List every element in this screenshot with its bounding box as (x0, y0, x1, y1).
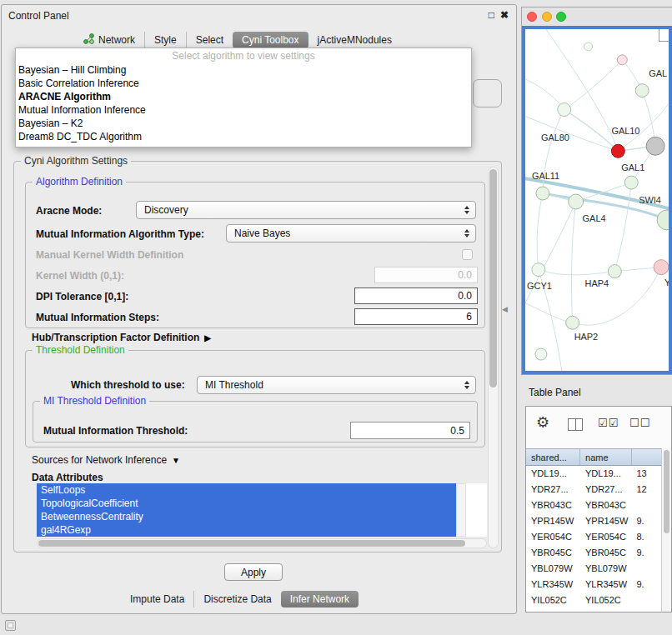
column-header-shared[interactable]: shared... (526, 449, 580, 465)
apply-button[interactable]: Apply (224, 563, 283, 581)
table-cell: YBR043C (526, 498, 580, 513)
algorithm-list: Bayesian – Hill ClimbingBasic Correlatio… (16, 63, 471, 143)
sources-section-toggle[interactable]: Sources for Network Inference▼ (32, 454, 180, 466)
settings-scrollbar[interactable] (488, 167, 499, 548)
attributes-horizontal-scrollbar[interactable] (37, 538, 487, 548)
network-node-gal10[interactable] (611, 144, 624, 158)
mi-threshold-label: Mutual Information Threshold: (43, 425, 188, 437)
bottom-tab-impute-data[interactable]: Impute Data (121, 591, 193, 608)
column-browser-icon[interactable] (568, 418, 583, 431)
network-node[interactable] (617, 55, 627, 65)
attribute-gal4rgexp[interactable]: gal4RGexp (37, 523, 456, 537)
hub-section-toggle[interactable]: Hub/Transcription Factor Definition▶ (32, 332, 211, 343)
algorithm-option-basic-correlation-inference[interactable]: Basic Correlation Inference (16, 77, 471, 90)
network-icon (83, 33, 94, 47)
table-row[interactable]: YBR043CYBR043C (526, 498, 661, 513)
mi-type-select[interactable]: Naive Bayes (226, 224, 476, 242)
network-edge (537, 193, 543, 270)
mi-threshold-field[interactable]: 0.5 (350, 422, 470, 439)
table-row[interactable]: YPR145WYPR145W9. (526, 513, 661, 529)
attribute-topologicalcoefficient[interactable]: TopologicalCoefficient (37, 497, 456, 510)
table-row[interactable]: YDR27...YDR27...12 (526, 482, 661, 498)
network-node[interactable] (535, 348, 547, 360)
table-row[interactable]: YBR045CYBR045C9. (526, 545, 661, 561)
zoom-traffic-light[interactable] (556, 12, 566, 22)
table-cell: YDR27... (526, 482, 580, 498)
tab-select[interactable]: Select (186, 32, 233, 48)
node-label: GCY1 (527, 281, 552, 291)
network-edge (571, 202, 575, 322)
attribute-selfloops[interactable]: SelfLoops (37, 483, 456, 497)
table-row[interactable]: YIL052CYIL052C (526, 592, 661, 608)
minimize-traffic-light[interactable] (542, 12, 552, 22)
which-threshold-select[interactable]: MI Threshold (197, 376, 476, 394)
network-node-gal[interactable] (635, 84, 649, 98)
algorithm-option-bayesian-k2[interactable]: Bayesian – K2 (16, 117, 471, 130)
docked-panel-icon[interactable] (5, 620, 16, 631)
table-toolbar: ⚙ ☑☑ ☐☐ (526, 407, 671, 448)
column-header-col-2[interactable] (632, 449, 661, 465)
network-node-y[interactable] (654, 260, 669, 275)
table-row[interactable]: YBL079WYBL079W (526, 561, 661, 577)
table-row[interactable]: YDL19...YDL19...13 (526, 466, 661, 482)
close-window-icon[interactable]: ✖ (500, 9, 509, 21)
table-cell: YER054C (580, 529, 632, 545)
birdseye-corner-widget[interactable] (659, 29, 669, 42)
expanded-arrow-icon[interactable]: ▼ (172, 456, 180, 465)
table-scrollbar[interactable] (661, 448, 671, 612)
network-canvas[interactable]: GALGAL80GAL10GAL1GAL11GAL4SWI4GCY1HAP4YH… (525, 29, 669, 371)
column-header-name[interactable]: name (580, 449, 632, 465)
table-cell: YPR145W (526, 513, 580, 529)
network-node-swi4[interactable] (657, 210, 669, 230)
deselect-all-columns-icon[interactable]: ☐☐ (629, 417, 650, 429)
bottom-tab-discretize-data[interactable]: Discretize Data (193, 591, 280, 608)
table-cell: YBR045C (526, 545, 580, 561)
network-edge (525, 79, 564, 110)
table-row[interactable]: YER054CYER054C8. (526, 529, 661, 545)
tab-cyni-toolbox[interactable]: Cyni Toolbox (233, 32, 308, 48)
select-all-columns-icon[interactable]: ☑☑ (598, 417, 619, 429)
tab-label: Infer Network (290, 593, 349, 605)
dropdown-placeholder: Select algorithm to view settings (16, 49, 471, 63)
table-row[interactable]: YLR345WYLR345W9. (526, 577, 661, 592)
settings-scrollbar-thumb[interactable] (489, 169, 497, 388)
node-label: Y (664, 278, 669, 288)
dpi-tolerance-field[interactable]: 0.0 (354, 288, 478, 304)
mi-threshold-group: MI Threshold Definition Mutual Informati… (33, 401, 478, 442)
network-node-gal4[interactable] (569, 194, 584, 209)
float-window-icon[interactable]: □ (489, 9, 494, 21)
attributes-hscroll-thumb[interactable] (38, 540, 465, 547)
tab-label: Style (154, 34, 177, 46)
collapsed-arrow-icon[interactable]: ▶ (204, 333, 211, 342)
tab-jactivemnodules[interactable]: jActiveMNodules (308, 32, 401, 48)
divider-collapse-icon[interactable]: ◀ (502, 305, 508, 313)
tab-style[interactable]: Style (144, 32, 186, 48)
algorithm-option-mutual-information-inference[interactable]: Mutual Information Inference (16, 103, 471, 117)
algorithm-option-dream8-dc-tdc-algorithm[interactable]: Dream8 DC_TDC Algorithm (16, 130, 471, 143)
close-traffic-light[interactable] (527, 12, 537, 22)
tab-network[interactable]: Network (74, 32, 144, 48)
network-node-gcy1[interactable] (532, 263, 545, 277)
network-node-gal11[interactable] (536, 187, 549, 200)
network-node-hap4[interactable] (608, 265, 621, 278)
attributes-list-scrollbar[interactable] (456, 483, 466, 537)
network-node-hap2[interactable] (566, 316, 579, 329)
network-node[interactable] (646, 137, 664, 155)
network-node-gal80[interactable] (558, 103, 571, 117)
network-node-gal1[interactable] (624, 176, 638, 189)
mi-threshold-group-title: MI Threshold Definition (40, 395, 149, 407)
attribute-betweennesscentrality[interactable]: BetweennessCentrality (37, 510, 456, 523)
algorithm-option-bayesian-hill-climbing[interactable]: Bayesian – Hill Climbing (16, 63, 471, 77)
table-cell: 8. (632, 529, 662, 545)
dpi-tolerance-label: DPI Tolerance [0,1]: (36, 291, 128, 302)
table-scrollbar-thumb[interactable] (664, 450, 669, 533)
table-settings-gear-icon[interactable]: ⚙ (536, 413, 549, 432)
mi-steps-field[interactable]: 6 (354, 308, 478, 325)
manual-kernel-checkbox[interactable] (462, 249, 473, 260)
bottom-tab-infer-network[interactable]: Infer Network (281, 591, 359, 608)
sources-section-label: Sources for Network Inference (32, 454, 167, 466)
network-node[interactable] (584, 42, 593, 51)
kernel-width-field[interactable]: 0.0 (374, 267, 478, 283)
algorithm-option-aracne-algorithm[interactable]: ARACNE Algorithm (16, 90, 471, 103)
aracne-mode-select[interactable]: Discovery (136, 201, 476, 219)
